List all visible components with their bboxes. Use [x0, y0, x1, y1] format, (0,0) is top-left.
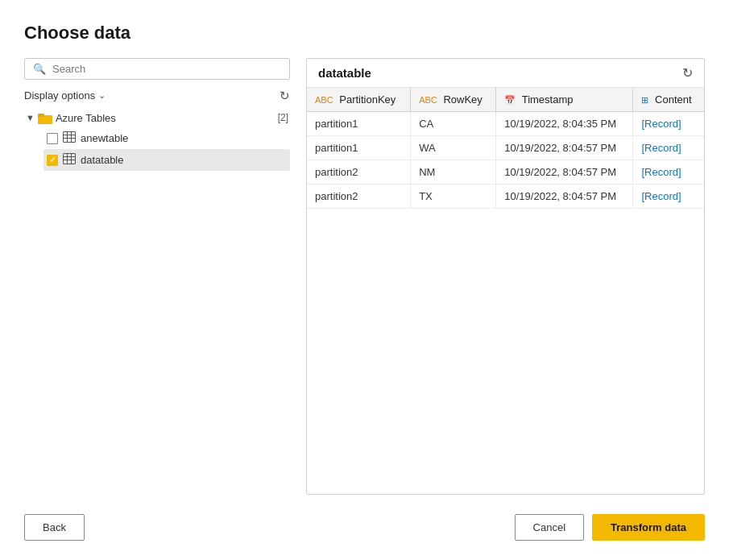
data-table: ABC PartitionKey ABC RowKey 📅 Timestamp — [307, 88, 704, 209]
table-cell: 10/19/2022, 8:04:57 PM — [496, 136, 633, 160]
svg-rect-2 — [64, 132, 76, 143]
right-panel: datatable ↻ ABC PartitionKey ABC Ro — [306, 58, 705, 495]
tree-group-label: Azure Tables — [56, 112, 271, 124]
table-cell[interactable]: [Record] — [633, 160, 704, 185]
search-box: 🔍 — [24, 58, 290, 80]
display-options-label: Display options — [24, 89, 95, 102]
display-options-button[interactable]: Display options ⌄ — [24, 89, 106, 102]
preview-title: datatable — [318, 66, 371, 80]
table-row: partition2NM10/19/2022, 8:04:57 PM[Recor… — [307, 160, 704, 185]
table-cell[interactable]: [Record] — [633, 112, 704, 136]
anewtable-checkbox[interactable] — [47, 133, 58, 144]
table-cell: NM — [411, 160, 496, 185]
table-cell: partition1 — [307, 136, 411, 160]
table-cell: partition1 — [307, 112, 411, 136]
preview-header: datatable ↻ — [307, 59, 704, 88]
table-header-row: ABC PartitionKey ABC RowKey 📅 Timestamp — [307, 88, 704, 112]
svg-rect-7 — [64, 154, 76, 164]
content-type-icon: ⊞ — [641, 95, 648, 105]
back-button[interactable]: Back — [24, 514, 85, 541]
footer-right: Cancel Transform data — [515, 514, 705, 541]
table-cell: partition2 — [307, 185, 411, 209]
table-cell: partition2 — [307, 160, 411, 185]
tree-group: ▼ Azure Tables [2] — [24, 108, 290, 171]
table-row: partition1CA10/19/2022, 8:04:35 PM[Recor… — [307, 112, 704, 136]
table-cell[interactable]: [Record] — [633, 185, 704, 209]
table-row: partition1WA10/19/2022, 8:04:57 PM[Recor… — [307, 136, 704, 160]
footer: Back Cancel Transform data — [24, 503, 705, 544]
datatable-label: datatable — [81, 154, 124, 166]
table-icon-datatable — [63, 153, 76, 167]
page-title: Choose data — [24, 23, 705, 44]
table-row: partition2TX10/19/2022, 8:04:57 PM[Recor… — [307, 185, 704, 209]
search-icon: 🔍 — [33, 63, 46, 75]
chevron-down-icon: ⌄ — [98, 90, 106, 101]
svg-rect-1 — [38, 114, 44, 117]
tree-group-header[interactable]: ▼ Azure Tables [2] — [24, 108, 290, 127]
col-header-rowkey: ABC RowKey — [411, 88, 496, 112]
table-wrapper: ABC PartitionKey ABC RowKey 📅 Timestamp — [307, 88, 704, 494]
partitionkey-type-icon: ABC — [315, 95, 333, 105]
col-header-content: ⊞ Content — [633, 88, 704, 112]
tree-item-anewtable[interactable]: anewtable — [43, 127, 290, 149]
tree-area: ▼ Azure Tables [2] — [24, 108, 290, 495]
tree-group-count: [2] — [278, 112, 288, 123]
cancel-button[interactable]: Cancel — [515, 514, 584, 541]
table-cell: 10/19/2022, 8:04:35 PM — [496, 112, 633, 136]
rowkey-type-icon: ABC — [419, 95, 437, 105]
transform-button[interactable]: Transform data — [592, 514, 705, 541]
tree-children: anewtable — [24, 127, 290, 171]
table-icon-anewtable — [63, 131, 76, 145]
timestamp-type-icon: 📅 — [504, 95, 516, 105]
table-cell: 10/19/2022, 8:04:57 PM — [496, 185, 633, 209]
search-input[interactable] — [52, 63, 281, 75]
table-cell: WA — [411, 136, 496, 160]
table-cell: TX — [411, 185, 496, 209]
table-body: partition1CA10/19/2022, 8:04:35 PM[Recor… — [307, 112, 704, 209]
table-cell: CA — [411, 112, 496, 136]
left-panel: 🔍 Display options ⌄ ↻ ▼ — [24, 58, 290, 495]
table-cell: 10/19/2022, 8:04:57 PM — [496, 160, 633, 185]
table-cell[interactable]: [Record] — [633, 136, 704, 160]
col-header-partitionkey: ABC PartitionKey — [307, 88, 411, 112]
folder-icon — [38, 111, 52, 124]
col-header-timestamp: 📅 Timestamp — [496, 88, 633, 112]
tree-arrow-icon: ▼ — [26, 113, 35, 122]
display-options-row: Display options ⌄ ↻ — [24, 86, 290, 108]
tree-item-datatable[interactable]: datatable — [43, 149, 290, 171]
refresh-right-icon[interactable]: ↻ — [682, 65, 693, 81]
anewtable-label: anewtable — [81, 132, 128, 144]
refresh-left-icon[interactable]: ↻ — [280, 89, 290, 102]
datatable-checkbox[interactable] — [47, 155, 58, 166]
